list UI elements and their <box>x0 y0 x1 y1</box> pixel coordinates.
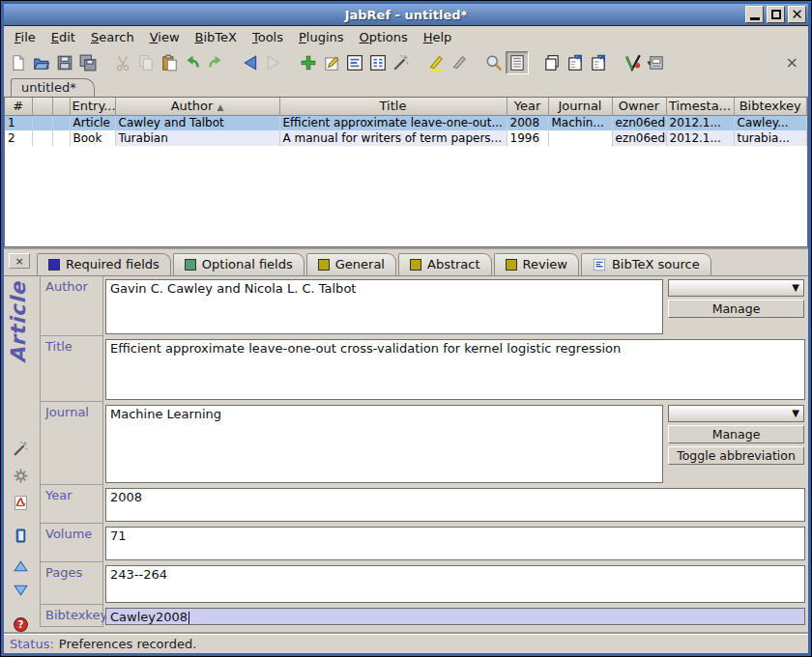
unmark-entries-button[interactable] <box>448 51 471 74</box>
table-cell[interactable]: turabia... <box>734 130 807 146</box>
tab-optional-fields[interactable]: Optional fields <box>173 253 304 275</box>
toolbar-close-icon[interactable]: × <box>786 55 798 71</box>
export-button[interactable] <box>645 51 668 74</box>
table-cell[interactable]: Book <box>70 130 115 146</box>
table-cell[interactable]: Machin... <box>548 115 612 130</box>
table-cell[interactable] <box>52 130 70 146</box>
push-to-application-1-button[interactable] <box>564 51 587 74</box>
field-input-pages[interactable]: 243--264 <box>105 565 805 603</box>
push-to-application-2-button[interactable] <box>587 51 610 74</box>
cleanup-wand-button[interactable] <box>390 51 413 74</box>
save-all-databases-button[interactable] <box>76 51 100 74</box>
maximize-button[interactable] <box>767 6 785 23</box>
menu-bibtex[interactable]: BibTeX <box>189 28 246 47</box>
tab-bibtex-source[interactable]: BibTeX source <box>581 253 711 275</box>
title-bar[interactable]: JabRef - untitled* ✕ <box>4 4 808 26</box>
field-input-title[interactable]: Efficient approximate leave-one-out cros… <box>105 339 805 400</box>
table-cell[interactable] <box>32 130 52 146</box>
menu-options[interactable]: Options <box>354 28 418 47</box>
table-cell[interactable]: 1 <box>5 115 32 130</box>
mark-entries-button[interactable] <box>424 51 448 74</box>
column-header-entry-[interactable]: Entry... <box>70 98 115 115</box>
edit-preamble-button[interactable] <box>366 51 390 74</box>
tab-review[interactable]: Review <box>494 253 579 275</box>
menu-help[interactable]: Help <box>418 28 462 47</box>
edit-entry-button[interactable] <box>320 51 343 74</box>
pdf-icon[interactable] <box>13 495 30 512</box>
journal-dropdown[interactable]: ▼ <box>668 405 804 422</box>
table-cell[interactable]: Turabian <box>115 130 279 146</box>
copy-button[interactable] <box>134 51 158 74</box>
table-cell[interactable]: Article <box>70 115 115 130</box>
author-dropdown[interactable]: ▼ <box>668 279 804 297</box>
table-cell[interactable]: Cawley and Talbot <box>115 115 279 130</box>
column-header-journal[interactable]: Journal <box>548 98 612 115</box>
manage-button[interactable]: Manage <box>668 300 804 318</box>
redo-button[interactable] <box>204 51 227 74</box>
field-input-journal[interactable]: Machine Learning <box>105 405 663 483</box>
column-header-year[interactable]: Year <box>507 98 548 115</box>
prev-entry-icon[interactable] <box>13 558 30 576</box>
menu-edit[interactable]: Edit <box>45 28 85 47</box>
table-cell[interactable]: A manual for writers of term papers... <box>279 130 507 146</box>
save-database-button[interactable] <box>53 51 76 74</box>
menu-search[interactable]: Search <box>85 28 144 47</box>
table-cell[interactable] <box>32 115 52 130</box>
column-header-author[interactable]: Author▲ <box>115 98 279 115</box>
database-tab-untitled[interactable]: untitled* <box>11 78 95 97</box>
table-cell[interactable]: Efficient approximate leave-one-out... <box>279 115 507 130</box>
edit-strings-button[interactable] <box>343 51 366 74</box>
table-cell[interactable]: ezn06edu <box>612 130 666 146</box>
field-input-author[interactable]: Gavin C. Cawley and Nicola L. C. Talbot <box>105 279 663 334</box>
copy-key-button[interactable] <box>540 51 564 74</box>
column-header-title[interactable]: Title <box>279 98 507 115</box>
book-icon[interactable] <box>13 528 30 545</box>
help-icon[interactable]: ? <box>13 616 30 634</box>
new-database-button[interactable] <box>7 51 30 74</box>
table-row[interactable]: 2BookTurabianA manual for writers of ter… <box>5 130 807 146</box>
field-input-bibtexkey[interactable]: Cawley2008 <box>105 608 805 625</box>
manage-button[interactable]: Manage <box>668 425 804 443</box>
column-header-owner[interactable]: Owner <box>612 98 666 115</box>
table-cell[interactable]: 2008 <box>507 115 548 130</box>
toggle-search-pane-button[interactable] <box>506 51 529 74</box>
table-row[interactable]: 1ArticleCawley and TalbotEfficient appro… <box>5 115 807 130</box>
menu-tools[interactable]: Tools <box>246 28 293 47</box>
wand-icon[interactable] <box>13 441 30 458</box>
paste-button[interactable] <box>158 51 181 74</box>
menu-file[interactable]: File <box>9 28 45 47</box>
table-cell[interactable] <box>548 130 612 146</box>
column-header-icon-1[interactable] <box>32 98 52 115</box>
close-button[interactable]: ✕ <box>788 6 806 23</box>
next-entry-icon[interactable] <box>13 582 30 599</box>
minimize-button[interactable] <box>745 6 764 23</box>
gear-icon[interactable] <box>13 468 30 485</box>
column-header-bibtexkey[interactable]: Bibtexkey <box>734 98 807 115</box>
menu-plugins[interactable]: Plugins <box>293 28 354 47</box>
open-database-button[interactable] <box>30 51 53 74</box>
table-cell[interactable]: ezn06edu <box>612 115 666 130</box>
cut-button[interactable] <box>111 51 134 74</box>
field-input-year[interactable]: 2008 <box>105 488 805 522</box>
tab-general[interactable]: General <box>306 253 396 275</box>
entry-editor-close-button[interactable]: × <box>9 253 30 269</box>
search-button[interactable] <box>482 51 506 74</box>
openoffice-button[interactable] <box>622 51 645 74</box>
tab-abstract[interactable]: Abstract <box>398 253 492 275</box>
column-header--[interactable]: # <box>5 98 32 115</box>
table-cell[interactable] <box>52 115 70 130</box>
column-header-icon-2[interactable] <box>52 98 70 115</box>
field-input-volume[interactable]: 71 <box>105 527 805 560</box>
table-cell[interactable]: 2012.1... <box>666 115 734 130</box>
undo-button[interactable] <box>181 51 204 74</box>
forward-button[interactable] <box>262 51 285 74</box>
new-entry-button[interactable] <box>297 51 320 74</box>
table-cell[interactable]: Cawley... <box>734 115 807 130</box>
table-cell[interactable]: 2 <box>5 130 32 146</box>
column-header-timesta-[interactable]: Timesta... <box>666 98 734 115</box>
table-cell[interactable]: 1996 <box>507 130 548 146</box>
menu-view[interactable]: View <box>144 28 189 47</box>
tab-required-fields[interactable]: Required fields <box>37 253 171 276</box>
table-cell[interactable]: 2012.1... <box>666 130 734 146</box>
toggle-abbreviation-button[interactable]: Toggle abbreviation <box>668 446 804 465</box>
